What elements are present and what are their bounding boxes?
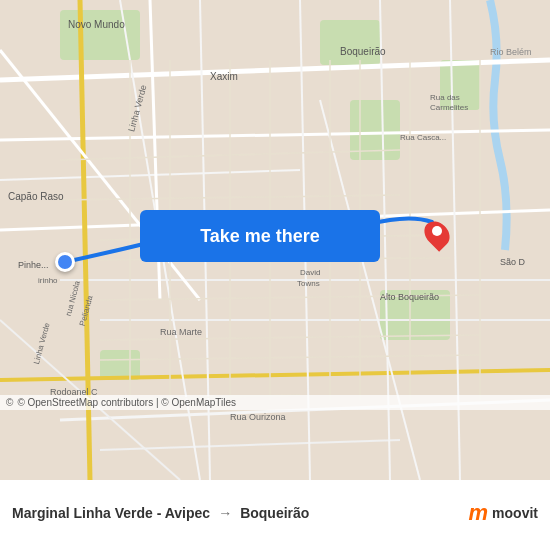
svg-text:David: David	[300, 268, 320, 277]
svg-line-27	[60, 195, 400, 200]
svg-text:Rua Casca...: Rua Casca...	[400, 133, 446, 142]
take-me-there-button[interactable]: Take me there	[140, 210, 380, 262]
svg-text:Alto Boqueirão: Alto Boqueirão	[380, 292, 439, 302]
svg-text:Boqueirão: Boqueirão	[340, 46, 386, 57]
svg-rect-1	[60, 10, 140, 60]
svg-line-26	[60, 150, 400, 160]
svg-line-31	[100, 335, 480, 340]
svg-text:Rio Belém: Rio Belém	[490, 47, 532, 57]
moovit-m-letter: m	[469, 500, 489, 526]
moovit-logo: m moovit	[469, 500, 538, 526]
svg-text:Rua Marte: Rua Marte	[160, 327, 202, 337]
origin-marker	[55, 252, 75, 272]
route-info: Marginal Linha Verde - Avipec → Boqueirã…	[12, 500, 538, 526]
svg-text:Capão Raso: Capão Raso	[8, 191, 64, 202]
bottom-bar: Marginal Linha Verde - Avipec → Boqueirã…	[0, 480, 550, 550]
svg-line-13	[0, 370, 550, 380]
svg-rect-5	[380, 290, 450, 340]
svg-text:rua Nicola: rua Nicola	[64, 279, 82, 317]
svg-rect-2	[320, 20, 380, 65]
svg-line-8	[0, 130, 550, 140]
svg-line-9	[0, 170, 300, 180]
svg-text:Pelianda: Pelianda	[78, 294, 95, 327]
svg-text:irinho: irinho	[38, 276, 58, 285]
copyright-text: © OpenStreetMap contributors | © OpenMap…	[17, 397, 236, 408]
svg-line-32	[100, 355, 480, 360]
svg-rect-6	[100, 350, 140, 380]
svg-text:Pinhe...: Pinhe...	[18, 260, 49, 270]
map-container: Novo Mundo Xaxim Boqueirão Capão Raso Li…	[0, 0, 550, 480]
arrow-icon: →	[218, 505, 232, 521]
moovit-text: moovit	[492, 505, 538, 521]
svg-line-24	[320, 100, 420, 480]
svg-line-15	[100, 440, 400, 450]
copyright-icon: ©	[6, 397, 13, 408]
svg-rect-3	[350, 100, 400, 160]
svg-line-30	[100, 295, 480, 300]
copyright-bar: © © OpenStreetMap contributors | © OpenM…	[0, 395, 550, 410]
svg-line-7	[0, 60, 550, 80]
svg-text:Linha Verde: Linha Verde	[126, 84, 148, 133]
svg-text:Rua das: Rua das	[430, 93, 460, 102]
svg-text:Novo Mundo: Novo Mundo	[68, 19, 125, 30]
svg-text:Towns: Towns	[297, 279, 320, 288]
origin-label: Marginal Linha Verde - Avipec	[12, 505, 210, 521]
svg-text:Linha Verde: Linha Verde	[32, 321, 52, 365]
svg-text:Xaxim: Xaxim	[210, 71, 238, 82]
svg-text:São D: São D	[500, 257, 526, 267]
svg-rect-4	[440, 60, 480, 110]
destination-label: Boqueirão	[240, 505, 309, 521]
svg-text:Rua Ourizona: Rua Ourizona	[230, 412, 286, 422]
svg-text:Carmelites: Carmelites	[430, 103, 468, 112]
svg-line-22	[0, 50, 200, 300]
